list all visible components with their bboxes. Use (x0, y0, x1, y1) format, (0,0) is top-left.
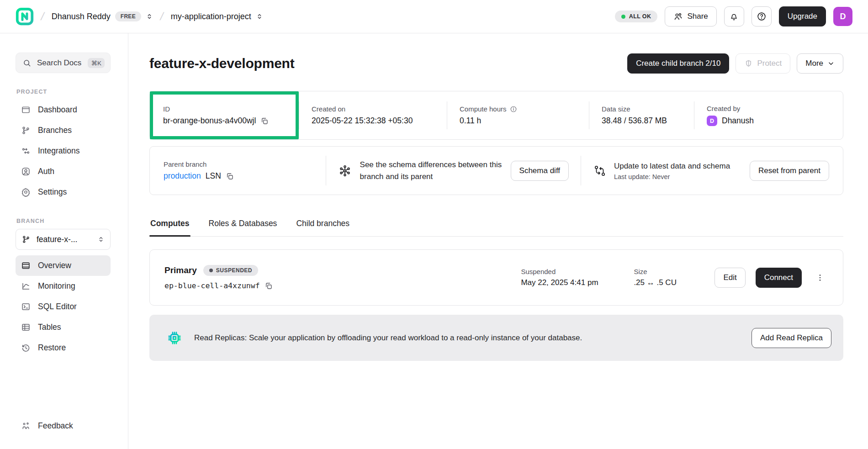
tab-child-branches[interactable]: Child branches (295, 216, 350, 236)
last-update-text: Last update: Never (614, 173, 735, 180)
branch-selector[interactable]: feature-x-... (16, 229, 111, 250)
parent-branch-label: Parent branch (164, 160, 326, 168)
read-replica-description: Read Replicas: Scale your application by… (194, 333, 741, 343)
add-read-replica-button[interactable]: Add Read Replica (752, 328, 831, 348)
share-button[interactable]: Share (665, 6, 716, 26)
kebab-menu-icon (815, 273, 825, 282)
branch-section-label: BRANCH (16, 218, 111, 224)
info-icon[interactable] (510, 106, 517, 113)
search-shortcut: ⌘K (88, 58, 105, 68)
endpoint-id: ep-blue-cell-a4xzunwf (164, 281, 260, 290)
neon-logo-icon[interactable] (16, 7, 34, 26)
create-child-branch-button[interactable]: Create child branch 2/10 (627, 53, 729, 74)
chevron-up-down-icon (146, 13, 153, 20)
org-name: Dhanush Reddy (52, 12, 111, 21)
bell-icon (729, 12, 739, 21)
copy-icon[interactable] (226, 172, 234, 180)
connect-label: Connect (764, 273, 793, 282)
help-button[interactable] (752, 6, 772, 26)
project-section-label: PROJECT (16, 89, 111, 95)
status-dot (621, 15, 625, 19)
schema-diff-button[interactable]: Schema diff (511, 161, 569, 181)
size-value: .25 ↔ .5 CU (634, 278, 704, 287)
search-docs-label: Search Docs (37, 58, 82, 68)
copy-icon[interactable] (260, 117, 269, 125)
parent-branch-link[interactable]: production (164, 171, 201, 181)
tab-roles-databases[interactable]: Roles & Databases (208, 216, 278, 236)
sidebar-item-settings[interactable]: Settings (16, 182, 111, 202)
read-replica-banner: Read Replicas: Scale your application by… (149, 315, 843, 361)
table-icon (21, 322, 31, 332)
chevron-down-icon (827, 60, 835, 67)
sidebar-item-label: Branches (38, 126, 72, 135)
created-on-value: 2025-05-22 15:32:38 +05:30 (312, 116, 413, 126)
chip-icon (166, 329, 183, 347)
sidebar-item-sql-editor[interactable]: SQL Editor (16, 296, 111, 317)
sidebar-item-label: Restore (38, 343, 66, 353)
primary-compute-card: Primary SUSPENDED ep-blue-cell-a4xzunwf … (149, 249, 843, 306)
copy-icon[interactable] (265, 282, 273, 290)
branch-info-card: ID br-orange-bonus-a4v00wjl Created on 2… (149, 91, 843, 140)
compute-name: Primary (164, 265, 197, 275)
suspended-cell: Suspended May 22, 2025 4:41 pm (521, 268, 624, 287)
reset-description: Update to latest data and schema (614, 161, 735, 172)
selected-branch: feature-x-... (37, 235, 91, 244)
compute-hours-label: Compute hours (460, 105, 507, 113)
sidebar-item-overview[interactable]: Overview (16, 255, 111, 276)
reset-from-parent-button[interactable]: Reset from parent (750, 161, 829, 181)
sidebar-item-branches[interactable]: Branches (16, 120, 111, 141)
integrations-icon (21, 146, 31, 156)
schema-molecule-icon (338, 164, 352, 178)
compute-status-text: SUSPENDED (216, 267, 252, 274)
suspended-value: May 22, 2025 4:41 pm (521, 278, 624, 287)
overview-icon (21, 261, 31, 270)
feedback-people-icon (21, 421, 31, 431)
reset-from-parent-label: Reset from parent (758, 166, 820, 175)
project-switcher[interactable]: my-application-project (171, 12, 263, 21)
sidebar-item-label: Overview (38, 261, 71, 270)
parent-branch-card: Parent branch production LSN See the sch… (149, 146, 843, 195)
sidebar-item-tables[interactable]: Tables (16, 317, 111, 338)
org-switcher[interactable]: Dhanush Reddy FREE (52, 11, 153, 21)
notifications-button[interactable] (724, 6, 744, 26)
sidebar-item-dashboard[interactable]: Dashboard (16, 100, 111, 120)
compute-hours-value: 0.11 h (460, 116, 481, 126)
share-label: Share (687, 12, 708, 21)
upgrade-button[interactable]: Upgrade (779, 6, 826, 26)
search-docs-input[interactable]: Search Docs ⌘K (16, 53, 111, 73)
git-compare-icon (593, 164, 607, 178)
compute-menu-button[interactable] (812, 269, 828, 286)
sidebar-item-auth[interactable]: Auth (16, 161, 111, 182)
tab-label: Child branches (296, 219, 349, 228)
user-avatar[interactable]: D (833, 7, 852, 26)
shield-icon (744, 59, 753, 68)
upgrade-label: Upgrade (788, 12, 817, 21)
protect-label: Protect (757, 59, 782, 68)
auth-user-icon (21, 167, 31, 176)
tab-computes[interactable]: Computes (149, 216, 191, 236)
connect-button[interactable]: Connect (756, 268, 802, 288)
git-branch-icon (21, 235, 31, 244)
sidebar-item-label: Integrations (38, 146, 79, 156)
tab-label: Roles & Databases (209, 219, 277, 228)
compute-status-badge: SUSPENDED (203, 265, 258, 276)
data-size-cell: Data size 38.48 / 536.87 MB (589, 91, 694, 139)
avatar-initial: D (840, 12, 846, 21)
edit-button[interactable]: Edit (715, 268, 745, 288)
created-by-avatar: D (707, 116, 717, 126)
more-button[interactable]: More (797, 53, 843, 74)
more-label: More (805, 59, 823, 68)
schema-diff-label: Schema diff (519, 166, 560, 175)
project-name: my-application-project (171, 12, 251, 21)
sidebar-item-label: Auth (38, 167, 54, 176)
schema-diff-cell: See the schema differences between this … (326, 159, 581, 182)
sidebar-item-integrations[interactable]: Integrations (16, 141, 111, 161)
create-child-branch-label: Create child branch 2/10 (636, 59, 720, 68)
sidebar-item-feedback[interactable]: Feedback (16, 416, 111, 436)
sidebar-item-restore[interactable]: Restore (16, 338, 111, 358)
system-status-badge[interactable]: ALL OK (615, 11, 658, 22)
protect-button[interactable]: Protect (736, 53, 790, 74)
sidebar-item-monitoring[interactable]: Monitoring (16, 276, 111, 296)
sidebar-item-label: Monitoring (38, 281, 75, 291)
sidebar-item-label: Tables (38, 322, 61, 332)
